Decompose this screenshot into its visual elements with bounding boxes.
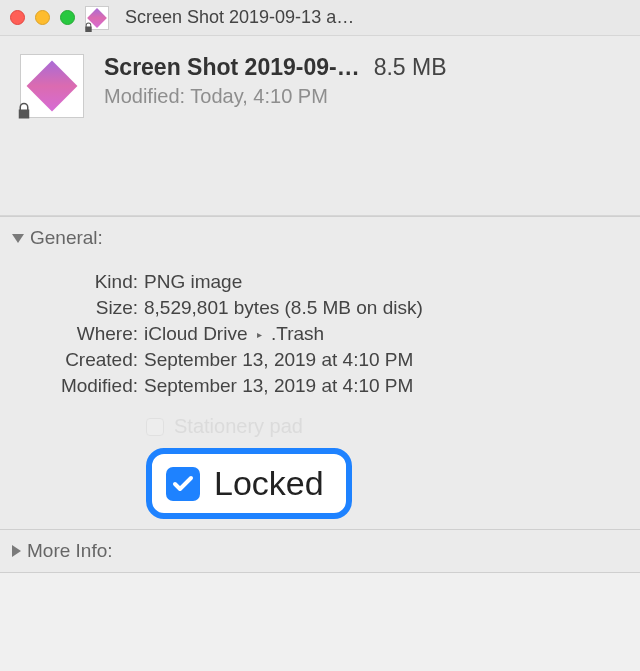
where-part1: iCloud Drive <box>144 323 247 344</box>
locked-checkbox[interactable] <box>166 467 200 501</box>
locked-checkbox-row[interactable]: Locked <box>146 448 620 519</box>
get-info-window: Screen Shot 2019-09-13 a… Screen Shot 20… <box>0 0 640 671</box>
disclosure-triangle-closed-icon <box>12 545 21 557</box>
modified-value: September 13, 2019 at 4:10 PM <box>144 375 413 397</box>
zoom-button[interactable] <box>60 10 75 25</box>
where-part2: .Trash <box>271 323 324 344</box>
lock-badge-icon <box>15 102 33 123</box>
kind-value: PNG image <box>144 271 242 293</box>
created-label: Created: <box>30 349 138 371</box>
title-file-icon <box>85 6 109 30</box>
minimize-button[interactable] <box>35 10 50 25</box>
stationery-checkbox[interactable] <box>146 418 164 436</box>
stationery-checkbox-row[interactable]: Stationery pad <box>146 415 620 438</box>
general-section: General: Kind:PNG image Size:8,529,801 b… <box>0 216 640 529</box>
file-size: 8.5 MB <box>374 54 447 81</box>
kind-label: Kind: <box>30 271 138 293</box>
file-header: Screen Shot 2019-09-… 8.5 MB Modified: T… <box>0 36 640 216</box>
where-label: Where: <box>30 323 138 345</box>
more-info-title: More Info: <box>27 540 113 562</box>
general-header[interactable]: General: <box>0 217 640 259</box>
stationery-label: Stationery pad <box>174 415 303 438</box>
general-checkboxes: Stationery pad Locked <box>146 415 620 519</box>
modified-value: Today, 4:10 PM <box>190 85 327 107</box>
window-title: Screen Shot 2019-09-13 a… <box>125 7 630 28</box>
locked-label: Locked <box>214 464 324 503</box>
lock-badge-icon <box>83 22 93 32</box>
close-button[interactable] <box>10 10 25 25</box>
modified-label: Modified: <box>104 85 185 107</box>
file-name: Screen Shot 2019-09-… <box>104 54 360 81</box>
locked-highlight: Locked <box>146 448 352 519</box>
modified-label: Modified: <box>30 375 138 397</box>
window-controls <box>10 10 75 25</box>
path-separator-icon: ▸ <box>257 329 262 340</box>
general-title: General: <box>30 227 103 249</box>
disclosure-triangle-open-icon <box>12 234 24 243</box>
file-icon <box>20 54 84 118</box>
size-label: Size: <box>30 297 138 319</box>
size-value: 8,529,801 bytes (8.5 MB on disk) <box>144 297 423 319</box>
titlebar: Screen Shot 2019-09-13 a… <box>0 0 640 36</box>
more-info-header[interactable]: More Info: <box>0 530 640 572</box>
more-info-section: More Info: <box>0 529 640 573</box>
where-value: iCloud Drive ▸ .Trash <box>144 323 324 345</box>
general-detail: Kind:PNG image Size:8,529,801 bytes (8.5… <box>0 259 640 529</box>
file-header-text: Screen Shot 2019-09-… 8.5 MB Modified: T… <box>104 54 620 197</box>
created-value: September 13, 2019 at 4:10 PM <box>144 349 413 371</box>
